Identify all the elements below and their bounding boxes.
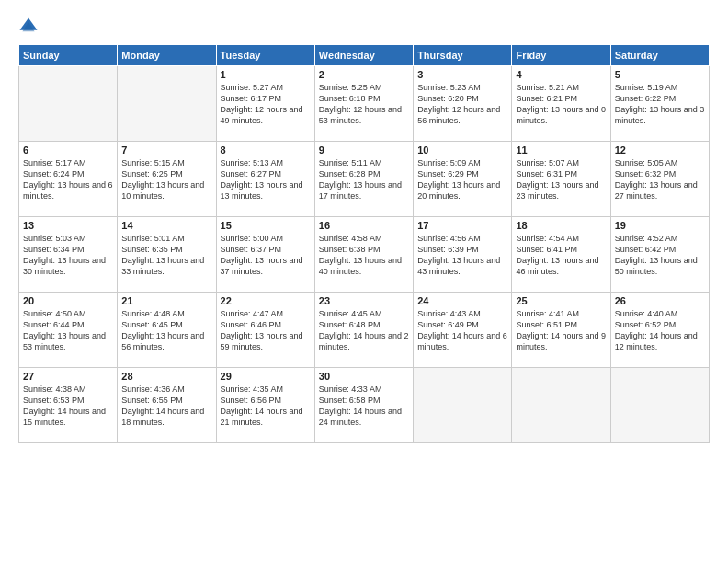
cell-info: Sunrise: 5:03 AM Sunset: 6:34 PM Dayligh… xyxy=(23,233,113,278)
day-header-tuesday: Tuesday xyxy=(216,45,314,66)
day-number: 12 xyxy=(615,144,705,155)
calendar-cell: 6Sunrise: 5:17 AM Sunset: 6:24 PM Daylig… xyxy=(19,142,118,217)
day-header-wednesday: Wednesday xyxy=(314,45,413,66)
logo xyxy=(18,17,40,37)
calendar-week-2: 6Sunrise: 5:17 AM Sunset: 6:24 PM Daylig… xyxy=(19,142,710,217)
cell-info: Sunrise: 5:27 AM Sunset: 6:17 PM Dayligh… xyxy=(221,82,311,127)
calendar-cell xyxy=(512,368,610,443)
calendar-cell: 1Sunrise: 5:27 AM Sunset: 6:17 PM Daylig… xyxy=(216,66,314,142)
cell-info: Sunrise: 4:50 AM Sunset: 6:44 PM Dayligh… xyxy=(23,308,113,353)
day-number: 3 xyxy=(417,69,507,80)
calendar-cell: 3Sunrise: 5:23 AM Sunset: 6:20 PM Daylig… xyxy=(414,66,512,142)
cell-info: Sunrise: 4:52 AM Sunset: 6:42 PM Dayligh… xyxy=(615,233,705,278)
calendar-cell xyxy=(414,368,512,443)
day-header-friday: Friday xyxy=(512,45,610,66)
logo-icon xyxy=(18,17,39,37)
day-number: 27 xyxy=(23,371,113,382)
day-number: 30 xyxy=(319,371,409,382)
cell-info: Sunrise: 5:05 AM Sunset: 6:32 PM Dayligh… xyxy=(615,157,705,202)
calendar-cell: 30Sunrise: 4:33 AM Sunset: 6:58 PM Dayli… xyxy=(314,368,413,443)
day-number: 4 xyxy=(516,69,606,80)
calendar-cell: 20Sunrise: 4:50 AM Sunset: 6:44 PM Dayli… xyxy=(19,293,118,368)
calendar-cell: 19Sunrise: 4:52 AM Sunset: 6:42 PM Dayli… xyxy=(610,217,709,293)
cell-info: Sunrise: 5:15 AM Sunset: 6:25 PM Dayligh… xyxy=(121,157,211,202)
calendar-cell: 22Sunrise: 4:47 AM Sunset: 6:46 PM Dayli… xyxy=(216,293,314,368)
calendar-cell xyxy=(19,66,118,142)
cell-info: Sunrise: 5:01 AM Sunset: 6:35 PM Dayligh… xyxy=(121,233,211,278)
day-number: 17 xyxy=(417,220,507,231)
calendar-cell: 24Sunrise: 4:43 AM Sunset: 6:49 PM Dayli… xyxy=(414,293,512,368)
day-number: 28 xyxy=(121,371,211,382)
calendar-cell: 14Sunrise: 5:01 AM Sunset: 6:35 PM Dayli… xyxy=(118,217,216,293)
calendar-cell: 9Sunrise: 5:11 AM Sunset: 6:28 PM Daylig… xyxy=(314,142,413,217)
calendar-cell: 13Sunrise: 5:03 AM Sunset: 6:34 PM Dayli… xyxy=(19,217,118,293)
cell-info: Sunrise: 5:25 AM Sunset: 6:18 PM Dayligh… xyxy=(319,82,409,127)
calendar-cell: 15Sunrise: 5:00 AM Sunset: 6:37 PM Dayli… xyxy=(216,217,314,293)
cell-info: Sunrise: 4:58 AM Sunset: 6:38 PM Dayligh… xyxy=(319,233,409,278)
calendar-cell: 12Sunrise: 5:05 AM Sunset: 6:32 PM Dayli… xyxy=(610,142,709,217)
calendar-week-3: 13Sunrise: 5:03 AM Sunset: 6:34 PM Dayli… xyxy=(19,217,710,293)
cell-info: Sunrise: 5:17 AM Sunset: 6:24 PM Dayligh… xyxy=(23,157,113,202)
cell-info: Sunrise: 4:56 AM Sunset: 6:39 PM Dayligh… xyxy=(417,233,507,278)
calendar-cell: 7Sunrise: 5:15 AM Sunset: 6:25 PM Daylig… xyxy=(118,142,216,217)
day-number: 19 xyxy=(615,220,705,231)
calendar-cell: 5Sunrise: 5:19 AM Sunset: 6:22 PM Daylig… xyxy=(610,66,709,142)
calendar-cell xyxy=(610,368,709,443)
day-number: 15 xyxy=(221,220,311,231)
day-number: 24 xyxy=(417,295,507,306)
day-number: 22 xyxy=(221,295,311,306)
cell-info: Sunrise: 4:35 AM Sunset: 6:56 PM Dayligh… xyxy=(221,384,311,429)
cell-info: Sunrise: 5:19 AM Sunset: 6:22 PM Dayligh… xyxy=(615,82,705,127)
cell-info: Sunrise: 5:13 AM Sunset: 6:27 PM Dayligh… xyxy=(221,157,311,202)
day-number: 18 xyxy=(516,220,606,231)
calendar-table: SundayMondayTuesdayWednesdayThursdayFrid… xyxy=(18,44,710,443)
cell-info: Sunrise: 4:54 AM Sunset: 6:41 PM Dayligh… xyxy=(516,233,606,278)
day-number: 25 xyxy=(516,295,606,306)
cell-info: Sunrise: 4:33 AM Sunset: 6:58 PM Dayligh… xyxy=(319,384,409,429)
cell-info: Sunrise: 4:38 AM Sunset: 6:53 PM Dayligh… xyxy=(23,384,113,429)
page: SundayMondayTuesdayWednesdayThursdayFrid… xyxy=(0,0,728,563)
calendar-week-4: 20Sunrise: 4:50 AM Sunset: 6:44 PM Dayli… xyxy=(19,293,710,368)
cell-info: Sunrise: 5:07 AM Sunset: 6:31 PM Dayligh… xyxy=(516,157,606,202)
calendar-cell: 16Sunrise: 4:58 AM Sunset: 6:38 PM Dayli… xyxy=(314,217,413,293)
day-number: 29 xyxy=(221,371,311,382)
day-number: 8 xyxy=(221,144,311,155)
calendar-cell: 23Sunrise: 4:45 AM Sunset: 6:48 PM Dayli… xyxy=(314,293,413,368)
day-number: 10 xyxy=(417,144,507,155)
cell-info: Sunrise: 5:00 AM Sunset: 6:37 PM Dayligh… xyxy=(221,233,311,278)
calendar-cell xyxy=(118,66,216,142)
calendar-cell: 25Sunrise: 4:41 AM Sunset: 6:51 PM Dayli… xyxy=(512,293,610,368)
day-number: 16 xyxy=(319,220,409,231)
day-number: 6 xyxy=(23,144,113,155)
calendar-cell: 4Sunrise: 5:21 AM Sunset: 6:21 PM Daylig… xyxy=(512,66,610,142)
calendar-cell: 21Sunrise: 4:48 AM Sunset: 6:45 PM Dayli… xyxy=(118,293,216,368)
day-number: 14 xyxy=(121,220,211,231)
cell-info: Sunrise: 4:48 AM Sunset: 6:45 PM Dayligh… xyxy=(121,308,211,353)
calendar-header-row: SundayMondayTuesdayWednesdayThursdayFrid… xyxy=(19,45,710,66)
cell-info: Sunrise: 5:09 AM Sunset: 6:29 PM Dayligh… xyxy=(417,157,507,202)
day-header-saturday: Saturday xyxy=(610,45,709,66)
cell-info: Sunrise: 4:43 AM Sunset: 6:49 PM Dayligh… xyxy=(417,308,507,353)
cell-info: Sunrise: 4:36 AM Sunset: 6:55 PM Dayligh… xyxy=(121,384,211,429)
day-number: 23 xyxy=(319,295,409,306)
day-number: 5 xyxy=(615,69,705,80)
calendar-cell: 17Sunrise: 4:56 AM Sunset: 6:39 PM Dayli… xyxy=(414,217,512,293)
cell-info: Sunrise: 4:40 AM Sunset: 6:52 PM Dayligh… xyxy=(615,308,705,353)
calendar-cell: 26Sunrise: 4:40 AM Sunset: 6:52 PM Dayli… xyxy=(610,293,709,368)
header xyxy=(18,17,710,37)
cell-info: Sunrise: 5:23 AM Sunset: 6:20 PM Dayligh… xyxy=(417,82,507,127)
day-number: 13 xyxy=(23,220,113,231)
calendar-cell: 8Sunrise: 5:13 AM Sunset: 6:27 PM Daylig… xyxy=(216,142,314,217)
day-number: 2 xyxy=(319,69,409,80)
cell-info: Sunrise: 4:47 AM Sunset: 6:46 PM Dayligh… xyxy=(221,308,311,353)
day-header-monday: Monday xyxy=(118,45,216,66)
cell-info: Sunrise: 5:11 AM Sunset: 6:28 PM Dayligh… xyxy=(319,157,409,202)
cell-info: Sunrise: 5:21 AM Sunset: 6:21 PM Dayligh… xyxy=(516,82,606,127)
calendar-cell: 11Sunrise: 5:07 AM Sunset: 6:31 PM Dayli… xyxy=(512,142,610,217)
day-number: 7 xyxy=(121,144,211,155)
day-number: 11 xyxy=(516,144,606,155)
day-header-thursday: Thursday xyxy=(414,45,512,66)
calendar-cell: 29Sunrise: 4:35 AM Sunset: 6:56 PM Dayli… xyxy=(216,368,314,443)
calendar-cell: 28Sunrise: 4:36 AM Sunset: 6:55 PM Dayli… xyxy=(118,368,216,443)
day-number: 9 xyxy=(319,144,409,155)
